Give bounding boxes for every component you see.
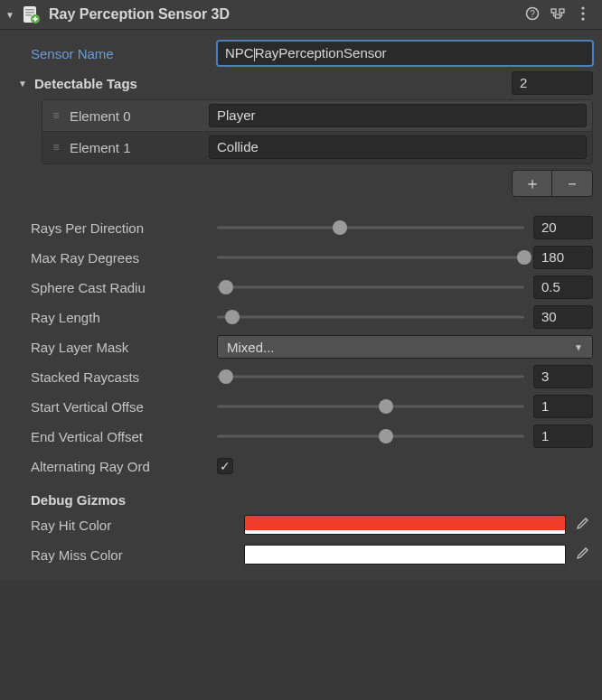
alternating-ray-order-label: Alternating Ray Ord [9, 459, 217, 474]
remove-element-button[interactable]: － [552, 171, 592, 196]
sphere-cast-radius-slider[interactable] [217, 278, 524, 296]
end-vertical-offset-slider[interactable] [217, 427, 524, 445]
element-label: Element 0 [64, 108, 209, 124]
start-vertical-offset-label: Start Vertical Offse [9, 399, 217, 415]
rays-per-direction-value[interactable]: 20 [533, 216, 593, 239]
list-item[interactable]: ≡ Element 1 Collide [42, 132, 592, 163]
start-vertical-offset-value[interactable]: 1 [533, 395, 593, 418]
drag-handle-icon[interactable]: ≡ [48, 141, 64, 154]
chevron-down-icon: ▼ [574, 342, 583, 352]
ray-layer-mask-dropdown[interactable]: Mixed... ▼ [217, 335, 593, 359]
stacked-raycasts-value[interactable]: 3 [533, 365, 593, 388]
svg-rect-6 [33, 18, 38, 20]
detectable-tags-list: ≡ Element 0 Player ≡ Element 1 Collide [42, 99, 593, 164]
svg-rect-3 [25, 14, 32, 16]
ray-length-value[interactable]: 30 [533, 305, 593, 329]
context-menu-icon[interactable] [573, 6, 593, 23]
detectable-tags-foldout[interactable]: ▼ Detectable Tags 2 [9, 70, 593, 97]
start-vertical-offset-row: Start Vertical Offse 1 [9, 393, 593, 420]
start-vertical-offset-slider[interactable] [217, 397, 524, 415]
debug-gizmos-title: Debug Gizmos [9, 492, 593, 508]
eyedropper-icon[interactable] [571, 546, 593, 564]
svg-text:?: ? [530, 9, 535, 19]
svg-rect-1 [25, 9, 34, 11]
end-vertical-offset-value[interactable]: 1 [533, 425, 593, 448]
element-value-input[interactable]: Player [209, 104, 587, 127]
sphere-cast-radius-value[interactable]: 0.5 [533, 275, 593, 299]
rays-per-direction-row: Rays Per Direction 20 [9, 214, 593, 241]
foldout-icon[interactable]: ▼ [18, 79, 31, 89]
max-ray-degrees-slider[interactable] [217, 248, 524, 266]
ray-layer-mask-label: Ray Layer Mask [9, 340, 217, 355]
ray-miss-color-row: Ray Miss Color [9, 541, 593, 568]
max-ray-degrees-value[interactable]: 180 [533, 246, 593, 269]
max-ray-degrees-row: Max Ray Degrees 180 [9, 244, 593, 271]
ray-length-label: Ray Length [9, 310, 217, 325]
svg-rect-11 [556, 14, 560, 18]
preset-icon[interactable] [548, 6, 568, 23]
ray-layer-mask-row: Ray Layer Mask Mixed... ▼ [9, 333, 593, 360]
ray-length-slider[interactable] [217, 308, 524, 326]
element-value-input[interactable]: Collide [209, 135, 587, 159]
ray-hit-color-row: Ray Hit Color [9, 511, 593, 538]
sphere-cast-radius-row: Sphere Cast Radiu 0.5 [9, 274, 593, 301]
component-title: Ray Perception Sensor 3D [49, 6, 517, 23]
svg-rect-10 [560, 9, 564, 13]
component-header[interactable]: ▼ Ray Perception Sensor 3D ? [0, 0, 602, 30]
inspector-component: ▼ Ray Perception Sensor 3D ? [0, 0, 602, 580]
foldout-icon[interactable]: ▼ [5, 10, 18, 20]
stacked-raycasts-label: Stacked Raycasts [9, 369, 217, 385]
element-label: Element 1 [64, 140, 209, 155]
end-vertical-offset-label: End Vertical Offset [9, 429, 217, 444]
stacked-raycasts-row: Stacked Raycasts 3 [9, 363, 593, 390]
ray-length-row: Ray Length 30 [9, 303, 593, 331]
max-ray-degrees-label: Max Ray Degrees [9, 250, 217, 266]
ray-miss-color-label: Ray Miss Color [9, 547, 244, 563]
add-element-button[interactable]: ＋ [513, 171, 552, 196]
sensor-name-row: Sensor Name NPCRayPerceptionSensor [9, 40, 593, 67]
eyedropper-icon[interactable] [571, 517, 593, 534]
drag-handle-icon[interactable]: ≡ [48, 109, 64, 122]
svg-point-16 [581, 6, 584, 9]
end-vertical-offset-row: End Vertical Offset 1 [9, 423, 593, 450]
script-icon [22, 5, 40, 23]
detectable-tags-size[interactable]: 2 [512, 71, 593, 95]
stacked-raycasts-slider[interactable] [217, 368, 524, 386]
ray-miss-color-swatch[interactable] [244, 545, 566, 565]
alternating-ray-order-checkbox[interactable]: ✓ [217, 458, 233, 474]
svg-point-18 [581, 17, 584, 20]
ray-hit-color-swatch[interactable] [244, 515, 566, 535]
sensor-name-label: Sensor Name [9, 46, 217, 61]
svg-rect-2 [25, 12, 34, 14]
rays-per-direction-label: Rays Per Direction [9, 220, 217, 236]
svg-rect-9 [551, 9, 556, 13]
help-icon[interactable]: ? [522, 6, 542, 23]
svg-point-17 [581, 12, 584, 14]
list-item[interactable]: ≡ Element 0 Player [42, 100, 592, 132]
rays-per-direction-slider[interactable] [217, 219, 524, 237]
array-footer: ＋ － [42, 164, 593, 201]
detectable-tags-label: Detectable Tags [34, 76, 215, 91]
sphere-cast-radius-label: Sphere Cast Radiu [9, 280, 217, 295]
sensor-name-input[interactable]: NPCRayPerceptionSensor [217, 41, 593, 66]
ray-hit-color-label: Ray Hit Color [9, 518, 244, 533]
alternating-ray-order-row: Alternating Ray Ord ✓ [9, 453, 593, 480]
